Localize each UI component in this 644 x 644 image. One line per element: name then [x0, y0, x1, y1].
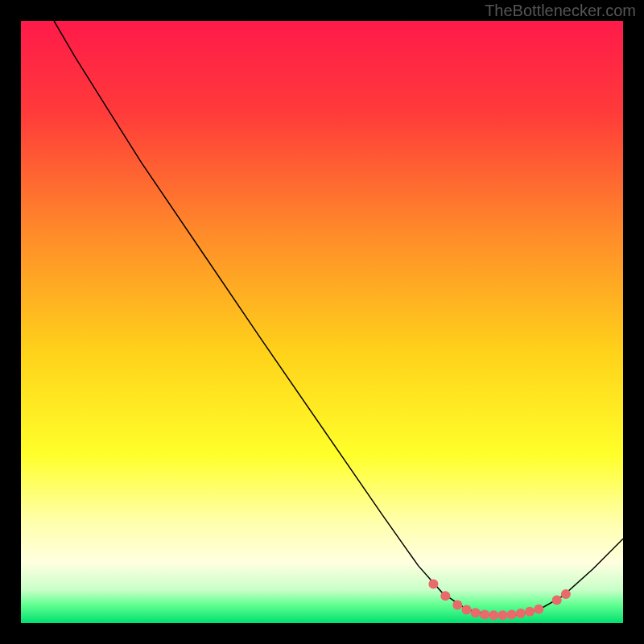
marker-dot [561, 589, 571, 599]
marker-dot [440, 591, 450, 601]
chart-svg [21, 21, 623, 623]
gradient-background [21, 21, 623, 623]
marker-dot [480, 610, 489, 620]
watermark-text: TheBottlenecker.com [485, 2, 636, 20]
marker-dot [471, 608, 481, 617]
marker-dot [534, 605, 543, 614]
chart-container: TheBottlenecker.com [0, 0, 644, 644]
marker-dot [552, 596, 562, 605]
marker-dot [497, 610, 507, 620]
marker-dot [525, 607, 535, 617]
marker-dot [452, 601, 462, 610]
marker-dot [507, 610, 517, 620]
marker-dot [462, 605, 472, 615]
marker-dot [516, 609, 526, 618]
marker-dot [428, 579, 438, 588]
marker-dot [489, 610, 498, 620]
